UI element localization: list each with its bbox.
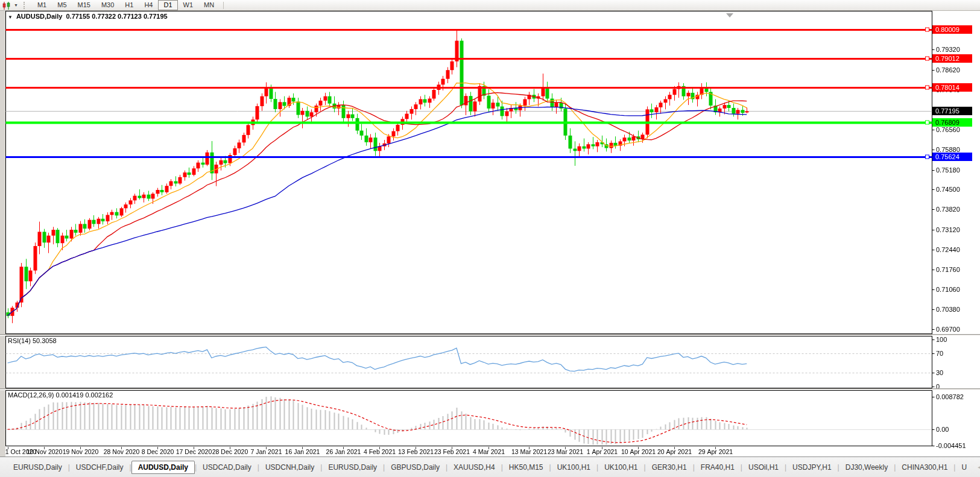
chart-tab-u[interactable]: U xyxy=(955,461,973,473)
main-rsi-splitter[interactable] xyxy=(0,334,980,336)
tab-scroll-left-icon[interactable]: ◄ xyxy=(976,464,980,470)
timeframe-button-w1[interactable]: W1 xyxy=(178,0,199,10)
timeframe-buttons: M1M5M15M30H1H4D1W1MN xyxy=(32,0,220,10)
timeframe-button-mn[interactable]: MN xyxy=(198,0,220,10)
chart-tab-usdcad-daily[interactable]: USDCAD,Daily xyxy=(197,461,258,473)
macd-indicator-label: MACD(12,26,9) 0.001419 0.002162 xyxy=(8,391,113,399)
chart-tab-hk50-m15[interactable]: HK50,M15 xyxy=(503,461,549,473)
tab-scroll-arrows: ◄ ► xyxy=(973,464,980,470)
timeframe-toolbar: ▼ M1M5M15M30H1H4D1W1MN xyxy=(0,0,980,11)
chart-symbol-label: AUDUSD,Daily xyxy=(16,13,62,20)
price-chart-canvas[interactable] xyxy=(0,0,980,477)
chart-tab-eurusd-daily[interactable]: EURUSD,Daily xyxy=(7,461,68,473)
chart-type-dropdown-icon[interactable]: ▼ xyxy=(12,3,20,7)
symbol-dropdown-icon[interactable]: ▼ xyxy=(8,14,13,20)
chart-tab-eurusd-daily[interactable]: EURUSD,Daily xyxy=(322,461,383,473)
chart-tab-ger30-h1[interactable]: GER30,H1 xyxy=(646,461,693,473)
timeframe-button-m15[interactable]: M15 xyxy=(72,0,96,10)
timeframe-button-m30[interactable]: M30 xyxy=(96,0,119,10)
chart-tab-xauusd-h4[interactable]: XAUUSD,H4 xyxy=(447,461,501,473)
chart-tabs: EURUSD,Daily|USDCHF,Daily|AUDUSD,Daily|U… xyxy=(7,461,973,474)
timeframe-button-h4[interactable]: H4 xyxy=(139,0,158,10)
chart-tab-uk100-h1[interactable]: UK100,H1 xyxy=(598,461,643,473)
chart-tab-usdcnh-daily[interactable]: USDCNH,Daily xyxy=(259,461,320,473)
chart-ohlc-values: 0.77155 0.77322 0.77123 0.77195 xyxy=(66,13,167,20)
chart-title: ▼AUDUSD,Daily 0.77155 0.77322 0.77123 0.… xyxy=(8,13,168,20)
chart-tab-usdchf-daily[interactable]: USDCHF,Daily xyxy=(70,461,130,473)
timeframe-button-m1[interactable]: M1 xyxy=(32,0,52,10)
rsi-indicator-label: RSI(14) 50.3058 xyxy=(8,337,57,344)
chart-tab-dj30-weekly[interactable]: DJ30,Weekly xyxy=(839,461,894,473)
timeframe-button-m5[interactable]: M5 xyxy=(52,0,72,10)
chart-tab-china300-h1[interactable]: CHINA300,H1 xyxy=(896,461,953,473)
chart-tabbar: EURUSD,Daily|USDCHF,Daily|AUDUSD,Daily|U… xyxy=(0,456,980,477)
chart-tab-usdjpy-h1[interactable]: USDJPY,H1 xyxy=(786,461,837,473)
chart-tab-uk100-h1[interactable]: UK100,H1 xyxy=(551,461,596,473)
timeframe-button-h1[interactable]: H1 xyxy=(119,0,139,10)
chart-tab-gbpusd-daily[interactable]: GBPUSD,Daily xyxy=(385,461,446,473)
rsi-macd-splitter[interactable] xyxy=(0,388,980,390)
toolbar-grip[interactable] xyxy=(24,2,28,9)
timeframe-button-d1[interactable]: D1 xyxy=(158,0,177,10)
toolbar-separator xyxy=(223,2,224,9)
candlestick-chart-icon[interactable] xyxy=(2,1,11,9)
chart-tab-fra40-h1[interactable]: FRA40,H1 xyxy=(695,461,741,473)
chart-tab-usoil-h1[interactable]: USOil,H1 xyxy=(742,461,785,473)
chart-tab-audusd-daily[interactable]: AUDUSD,Daily xyxy=(131,461,195,474)
